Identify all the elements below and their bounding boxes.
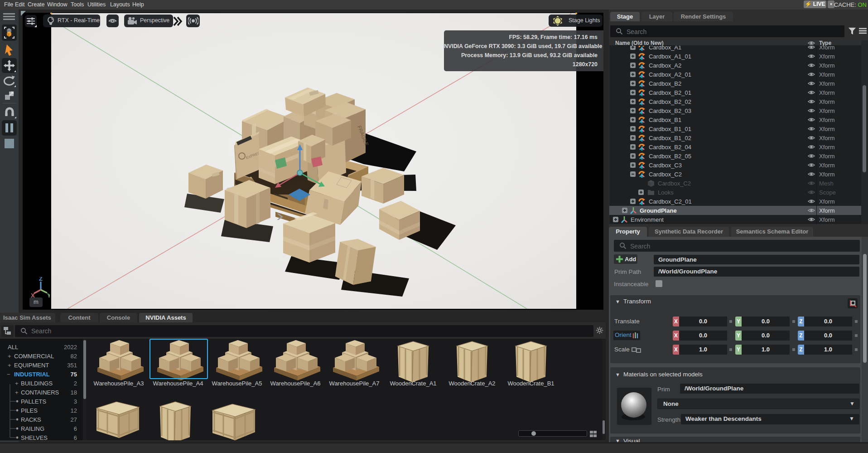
svg-text:Z: Z — [39, 277, 43, 282]
svg-text:Y: Y — [47, 292, 50, 298]
